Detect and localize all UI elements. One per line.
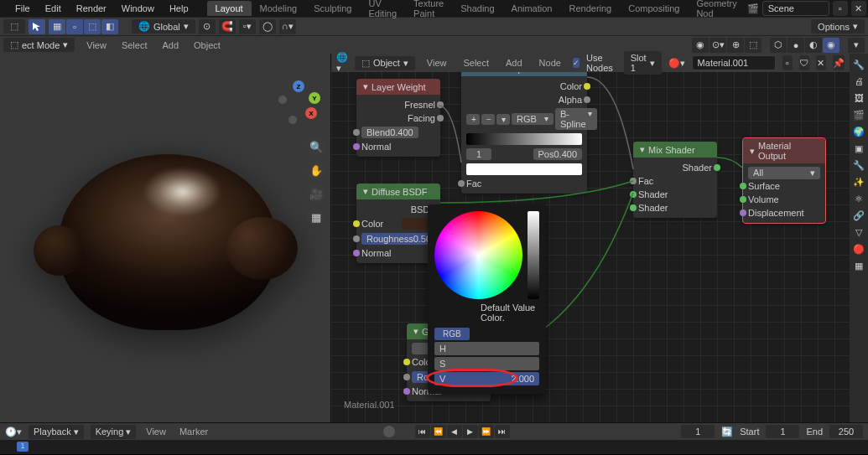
snap-icon[interactable]: 🧲	[219, 19, 236, 34]
falloff-icon[interactable]: ∩▾	[279, 19, 296, 34]
autokey-icon[interactable]	[383, 426, 395, 437]
prop-render-icon[interactable]: 🔧	[851, 57, 866, 72]
select-vert-icon[interactable]: ▫	[66, 19, 83, 34]
editor-type-icon[interactable]: 🌐▾	[336, 52, 348, 74]
ws-animation[interactable]: Animation	[503, 1, 561, 16]
options-dropdown[interactable]: Options▾	[811, 19, 865, 34]
ws-layout[interactable]: Layout	[207, 1, 252, 16]
prop-particle-icon[interactable]: ✨	[851, 174, 866, 189]
camera-view-icon[interactable]: 🎥	[307, 184, 325, 203]
zoom-icon[interactable]: 🔍	[307, 137, 325, 156]
node-colorramp[interactable]: ▾ColorRamp Color Alpha + − ▾ RGB▾ B-Spli…	[461, 60, 587, 194]
prop-modifier-icon[interactable]: 🔧	[851, 158, 866, 173]
color-ramp-gradient[interactable]	[466, 133, 582, 145]
node-material-output[interactable]: ▾Material Output All▾ Surface Volume Dis…	[742, 137, 826, 224]
value-slider[interactable]	[528, 211, 539, 299]
prop-material-icon[interactable]: 🔴	[851, 241, 866, 256]
axis-x[interactable]: X	[305, 107, 317, 119]
overlay-toggle-icon[interactable]: ◉	[692, 38, 709, 53]
object-mode-dd[interactable]: ⬚Object▾	[355, 56, 415, 70]
current-frame-field[interactable]: 1	[681, 425, 715, 438]
ws-geometry[interactable]: Geometry Nod	[688, 0, 745, 21]
hdr-view[interactable]: View	[83, 39, 110, 52]
playhead[interactable]: 1	[17, 442, 29, 452]
mode-select[interactable]: ⬚ect Mode▾	[3, 38, 75, 52]
timeline-editor-icon[interactable]: 🕐▾	[5, 427, 22, 437]
scene-browse-icon[interactable]: ▫	[833, 1, 848, 16]
keying-dropdown[interactable]: Keying▾	[91, 425, 137, 439]
axis-y[interactable]: Y	[309, 92, 320, 104]
diffuse-roughness-field[interactable]: Roughness0.500	[361, 233, 435, 245]
output-target-dropdown[interactable]: All▾	[748, 167, 820, 179]
prop-output-icon[interactable]: 🖨	[851, 74, 866, 89]
ramp-rgb-dropdown[interactable]: RGB▾	[512, 113, 554, 125]
gizmo-toggle-icon[interactable]: ⊕	[727, 38, 744, 53]
axis-neg2[interactable]	[288, 116, 297, 124]
jump-end-icon[interactable]: ⏭	[495, 425, 510, 438]
axis-neg1[interactable]	[278, 96, 287, 104]
ramp-interp-dropdown[interactable]: B-Spline▾	[555, 108, 597, 130]
mat-shield-icon[interactable]: 🛡	[799, 55, 809, 70]
hdr-select[interactable]: Select	[118, 39, 151, 52]
prev-key-icon[interactable]: ⏪	[431, 425, 446, 438]
ramp-index-field[interactable]: 1	[466, 148, 491, 160]
mat-browse-icon[interactable]: ▫	[782, 55, 793, 70]
nav-gizmo[interactable]: Z Y X	[277, 80, 320, 124]
proportional-icon[interactable]: ◯	[259, 19, 276, 34]
orientation-dropdown[interactable]: 🌐 Global▾	[132, 19, 195, 34]
ws-uvediting[interactable]: UV Editing	[360, 0, 405, 21]
shading-solid-icon[interactable]: ●	[787, 38, 804, 53]
play-rev-icon[interactable]: ◀	[447, 425, 462, 438]
color-wheel[interactable]	[434, 211, 522, 299]
persp-toggle-icon[interactable]: ▦	[307, 208, 325, 226]
collapse-icon[interactable]: ▾	[363, 81, 368, 92]
collapse-icon[interactable]: ▾	[363, 186, 368, 197]
end-frame-field[interactable]: 250	[829, 425, 863, 438]
ne-add[interactable]: Add	[501, 56, 528, 70]
ws-modeling[interactable]: Modeling	[252, 1, 306, 16]
hdr-add[interactable]: Add	[159, 39, 182, 52]
interaction-mode-dropdown[interactable]: ⬚	[3, 19, 25, 34]
3d-viewport[interactable]: Z Y X 🔍 ✋ 🎥 ▦	[0, 54, 331, 422]
xray-icon[interactable]: ⬚	[745, 38, 761, 53]
s-field[interactable]: S	[434, 357, 539, 370]
prop-scene-icon[interactable]: 🎬	[851, 107, 866, 122]
mat-pin-icon[interactable]: 📌	[833, 55, 845, 70]
use-nodes-checkbox[interactable]: ✓	[573, 58, 580, 68]
snap-type-icon[interactable]: ▫▾	[239, 19, 256, 34]
prop-constraint-icon[interactable]: 🔗	[851, 208, 866, 223]
ramp-color-swatch[interactable]	[466, 163, 582, 175]
collapse-icon[interactable]: ▾	[413, 326, 418, 337]
ws-shading[interactable]: Shading	[452, 1, 502, 16]
tl-marker[interactable]: Marker	[176, 425, 211, 438]
rgb-tab[interactable]: RGB	[434, 328, 470, 340]
menu-window[interactable]: Window	[115, 2, 161, 15]
shading-rendered-icon[interactable]: ◉	[823, 38, 839, 53]
select-face-icon[interactable]: ◧	[101, 19, 118, 34]
select-all-icon[interactable]: ▦	[49, 19, 65, 34]
h-field[interactable]: H	[434, 342, 539, 355]
collapse-icon[interactable]: ▾	[640, 144, 645, 155]
ne-select[interactable]: Select	[458, 56, 494, 70]
refresh-icon[interactable]: 🔄	[721, 427, 733, 437]
prop-physics-icon[interactable]: ⚛	[851, 191, 866, 206]
overlay-menu-icon[interactable]: ⊙▾	[709, 38, 726, 53]
tl-view[interactable]: View	[143, 425, 169, 438]
ramp-add-button[interactable]: +	[466, 114, 480, 125]
select-edge-icon[interactable]: ⬚	[84, 19, 101, 34]
prop-object-icon[interactable]: ▣	[851, 141, 866, 156]
menu-file[interactable]: File	[8, 2, 37, 15]
timeline-track[interactable]: 1	[0, 440, 868, 454]
menu-help[interactable]: Help	[163, 2, 195, 15]
playback-dropdown[interactable]: Playback▾	[29, 425, 84, 439]
prop-data-icon[interactable]: ▽	[851, 225, 866, 240]
ws-sculpting[interactable]: Sculpting	[305, 1, 360, 16]
material-ball-icon[interactable]: 🔴▾	[668, 58, 685, 69]
ramp-del-button[interactable]: −	[481, 114, 495, 125]
axis-z[interactable]: Z	[293, 80, 304, 92]
node-editor[interactable]: 🌐▾ ⬚Object▾ View Select Add Node ✓ Use N…	[331, 54, 850, 422]
shading-dropdown-icon[interactable]: ▾	[848, 38, 865, 53]
shading-matprev-icon[interactable]: ◐	[805, 38, 822, 53]
jump-start-icon[interactable]: ⏮	[415, 425, 430, 438]
collapse-icon[interactable]: ▾	[750, 146, 755, 157]
